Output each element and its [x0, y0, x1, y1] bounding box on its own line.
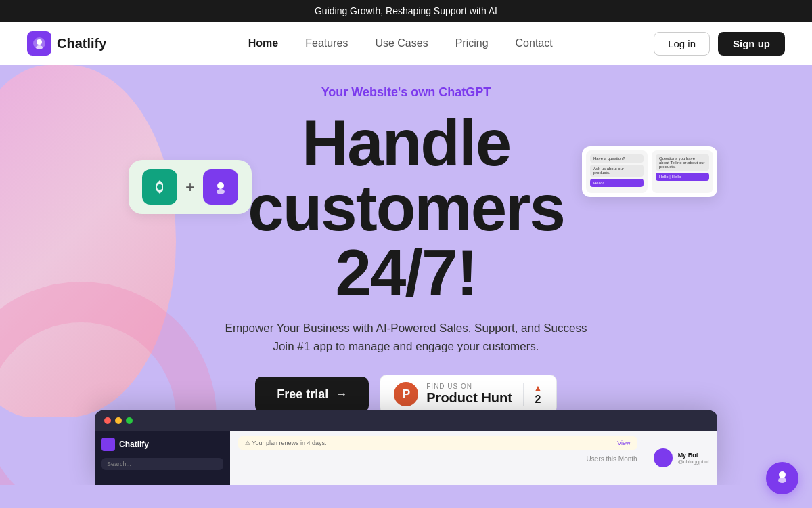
navbar: Chatlify Home Features Use Cases Pricing… [0, 22, 812, 65]
chat-bubble-4: Questions you have about Tellino or abou… [656, 154, 709, 171]
free-trial-button[interactable]: Free trial → [255, 377, 369, 412]
dashboard-alert-text: ⚠ Your plan renews in 4 days. [245, 440, 327, 446]
logo-icon [27, 31, 51, 56]
dashboard-logo: Chatlify [102, 438, 223, 451]
svg-point-6 [779, 471, 786, 478]
hero-title-line3: 24/7! [248, 240, 564, 305]
bot-handle: @chluggpilot [678, 459, 709, 465]
ph-find-label: FIND US ON [426, 383, 512, 390]
product-hunt-text: FIND US ON Product Hunt [426, 383, 512, 406]
dashboard-titlebar [95, 410, 717, 431]
dashboard-user-info: My Bot @chluggpilot [678, 452, 709, 465]
dashboard-alert: ⚠ Your plan renews in 4 days. View [238, 436, 637, 450]
product-hunt-icon: P [394, 382, 418, 406]
hero-title-line2: customers [248, 175, 564, 240]
titlebar-dot-red [104, 417, 111, 424]
hero-subtitle: Your Website's own ChatGPT [321, 85, 491, 100]
dashboard-preview: Chatlify Search... ⚠ Your plan renews in… [95, 410, 717, 485]
nav-contact[interactable]: Contact [516, 37, 553, 49]
ph-upvote-arrow: ▲ [533, 383, 543, 394]
nav-features[interactable]: Features [305, 37, 348, 49]
chat-bubble-1: Have a question? [590, 154, 644, 163]
ph-score-number: 2 [535, 394, 541, 406]
dashboard-stats-label: Users this Month [238, 455, 637, 463]
svg-point-3 [157, 184, 162, 190]
hero-desc-line1: Empower Your Business with AI-Powered Sa… [225, 319, 587, 337]
dashboard-alert-action[interactable]: View [617, 440, 630, 446]
nav-use-cases[interactable]: Use Cases [375, 37, 428, 49]
logo-link[interactable]: Chatlify [27, 31, 106, 56]
integration-badge: + [129, 160, 252, 214]
nav-pricing[interactable]: Pricing [455, 37, 489, 49]
hero-description: Empower Your Business with AI-Powered Sa… [225, 319, 587, 356]
hero-title: Handle customers 24/7! [248, 110, 564, 305]
svg-point-5 [217, 189, 225, 194]
bot-name: My Bot [678, 452, 709, 459]
logo-text: Chatlify [57, 36, 106, 51]
signup-button[interactable]: Sign up [718, 32, 785, 56]
titlebar-dot-yellow [115, 417, 122, 424]
product-hunt-score: ▲ 2 [523, 383, 543, 406]
ph-name-label: Product Hunt [426, 390, 512, 406]
plus-icon: + [185, 177, 195, 196]
chat-panel-left: Have a question? Ask us about our produc… [586, 150, 648, 193]
hero-section: + Have a question? Ask us about our prod… [0, 65, 812, 485]
dashboard-avatar [654, 448, 673, 467]
trial-arrow: → [335, 387, 347, 402]
nav-links: Home Features Use Cases Pricing Contact [147, 37, 654, 49]
dashboard-logo-text: Chatlify [119, 440, 149, 449]
chat-widget-icon [774, 468, 790, 488]
dashboard-user: My Bot @chluggpilot [646, 431, 717, 485]
chat-panel-right: Questions you have about Tellino or abou… [652, 150, 713, 193]
openai-icon [142, 169, 177, 205]
dashboard-search[interactable]: Search... [102, 458, 223, 470]
svg-point-7 [778, 478, 786, 483]
hero-desc-line2: Join #1 app to manage and engage your cu… [225, 337, 587, 356]
hero-actions: Free trial → P FIND US ON Product Hunt ▲… [255, 375, 557, 414]
chat-preview: Have a question? Ask us about our produc… [582, 146, 717, 197]
chat-bubble-2: Ask us about our products. [590, 165, 644, 177]
svg-point-2 [36, 45, 43, 49]
titlebar-dot-green [126, 417, 133, 424]
chat-bubble-5: Hello | Hello [656, 173, 709, 181]
banner-text: Guiding Growth, Reshaping Support with A… [315, 5, 497, 16]
chat-bubble-3: Hello! [590, 179, 644, 187]
dashboard-logo-icon [102, 438, 115, 451]
product-hunt-button[interactable]: P FIND US ON Product Hunt ▲ 2 [380, 375, 557, 414]
announcement-banner: Guiding Growth, Reshaping Support with A… [0, 0, 812, 22]
nav-home[interactable]: Home [248, 37, 278, 49]
chat-widget-button[interactable] [766, 462, 798, 494]
dashboard-sidebar: Chatlify Search... [95, 431, 230, 485]
chatlify-icon [203, 169, 238, 205]
hero-title-line1: Handle [248, 110, 564, 175]
dashboard-content: Chatlify Search... ⚠ Your plan renews in… [95, 431, 717, 485]
login-button[interactable]: Log in [654, 32, 710, 56]
trial-label: Free trial [277, 387, 328, 402]
nav-actions: Log in Sign up [654, 32, 785, 56]
dashboard-main: ⚠ Your plan renews in 4 days. View Users… [230, 431, 646, 485]
svg-point-1 [37, 39, 42, 45]
svg-point-4 [217, 182, 224, 189]
